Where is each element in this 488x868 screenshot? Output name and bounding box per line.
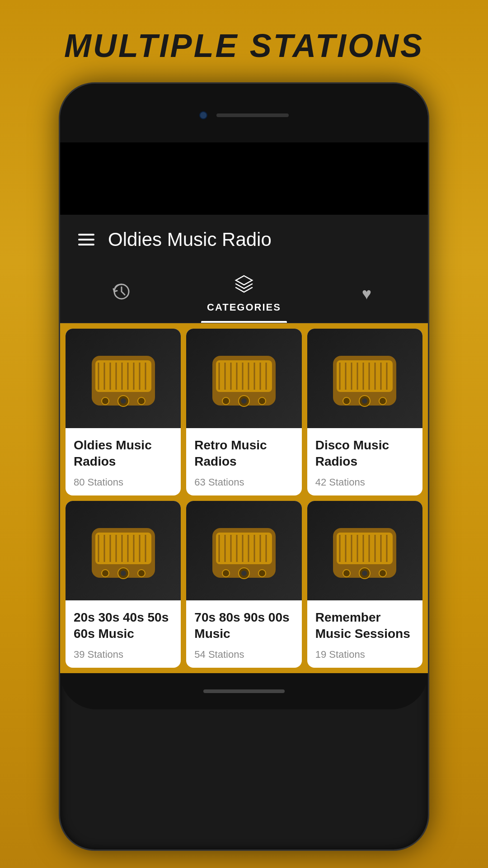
card-image-oldies bbox=[66, 329, 181, 428]
card-image-retro bbox=[186, 329, 301, 428]
card-image-20s60s bbox=[66, 501, 181, 600]
card-title-oldies: Oldies Music Radios bbox=[74, 437, 173, 470]
app-header: Oldies Music Radio bbox=[60, 215, 428, 264]
card-info-retro: Retro Music Radios 63 Stations bbox=[186, 428, 301, 495]
phone-top-bezel bbox=[60, 84, 428, 142]
svg-point-76 bbox=[258, 570, 266, 577]
category-card-70s00s[interactable]: 70s 80s 90s 00s Music 54 Stations bbox=[186, 501, 301, 668]
svg-point-44 bbox=[362, 398, 367, 404]
svg-point-75 bbox=[222, 570, 230, 577]
card-info-oldies: Oldies Music Radios 80 Stations bbox=[66, 428, 181, 495]
card-stations-20s60s: 39 Stations bbox=[74, 649, 173, 660]
camera-dot bbox=[199, 111, 207, 119]
svg-point-30 bbox=[222, 397, 230, 405]
svg-point-46 bbox=[379, 397, 386, 405]
category-card-oldies[interactable]: Oldies Music Radios 80 Stations bbox=[66, 329, 181, 495]
speaker-bar bbox=[216, 113, 289, 117]
card-title-20s60s: 20s 30s 40s 50s 60s Music bbox=[74, 609, 173, 642]
svg-point-29 bbox=[241, 398, 247, 404]
svg-point-16 bbox=[138, 397, 145, 405]
tab-bar: CATEGORIES ♥ bbox=[60, 264, 428, 323]
svg-point-91 bbox=[379, 570, 386, 577]
card-stations-remember: 19 Stations bbox=[315, 649, 414, 660]
hamburger-menu-button[interactable] bbox=[78, 234, 94, 245]
card-stations-disco: 42 Stations bbox=[315, 476, 414, 488]
tab-categories-label: CATEGORIES bbox=[207, 302, 281, 313]
svg-point-74 bbox=[241, 571, 247, 576]
card-stations-70s00s: 54 Stations bbox=[194, 649, 293, 660]
svg-point-45 bbox=[343, 397, 350, 405]
svg-point-31 bbox=[258, 397, 266, 405]
card-info-remember: Remember Music Sessions 19 Stations bbox=[307, 600, 422, 668]
history-icon bbox=[113, 283, 131, 305]
card-info-disco: Disco Music Radios 42 Stations bbox=[307, 428, 422, 495]
category-card-retro[interactable]: Retro Music Radios 63 Stations bbox=[186, 329, 301, 495]
svg-point-59 bbox=[121, 571, 126, 576]
card-info-70s00s: 70s 80s 90s 00s Music 54 Stations bbox=[186, 600, 301, 668]
svg-point-15 bbox=[102, 397, 109, 405]
svg-point-90 bbox=[343, 570, 350, 577]
app-header-title: Oldies Music Radio bbox=[108, 229, 272, 250]
layers-icon bbox=[234, 274, 254, 298]
card-image-70s00s bbox=[186, 501, 301, 600]
heart-icon: ♥ bbox=[362, 284, 371, 303]
svg-point-14 bbox=[121, 398, 126, 404]
home-indicator bbox=[203, 689, 285, 693]
svg-point-89 bbox=[362, 571, 367, 576]
categories-grid: Oldies Music Radios 80 Stations bbox=[60, 323, 428, 673]
card-title-retro: Retro Music Radios bbox=[194, 437, 293, 470]
tab-favorites[interactable]: ♥ bbox=[305, 264, 428, 323]
ad-banner bbox=[60, 142, 428, 215]
svg-point-60 bbox=[102, 570, 109, 577]
category-card-20s60s[interactable]: 20s 30s 40s 50s 60s Music 39 Stations bbox=[66, 501, 181, 668]
phone-frame: Oldies Music Radio CATEGORI bbox=[59, 82, 429, 851]
svg-marker-1 bbox=[236, 276, 252, 285]
card-info-20s60s: 20s 30s 40s 50s 60s Music 39 Stations bbox=[66, 600, 181, 668]
card-title-remember: Remember Music Sessions bbox=[315, 609, 414, 642]
card-image-disco bbox=[307, 329, 422, 428]
card-stations-oldies: 80 Stations bbox=[74, 476, 173, 488]
card-stations-retro: 63 Stations bbox=[194, 476, 293, 488]
category-card-disco[interactable]: Disco Music Radios 42 Stations bbox=[307, 329, 422, 495]
tab-categories[interactable]: CATEGORIES bbox=[183, 264, 305, 323]
phone-bottom-area bbox=[60, 673, 428, 709]
card-title-70s00s: 70s 80s 90s 00s Music bbox=[194, 609, 293, 642]
tab-history[interactable] bbox=[60, 264, 183, 323]
category-card-remember[interactable]: Remember Music Sessions 19 Stations bbox=[307, 501, 422, 668]
card-title-disco: Disco Music Radios bbox=[315, 437, 414, 470]
svg-point-61 bbox=[138, 570, 145, 577]
card-image-remember bbox=[307, 501, 422, 600]
page-title: MULTIPLE STATIONS bbox=[64, 27, 424, 64]
